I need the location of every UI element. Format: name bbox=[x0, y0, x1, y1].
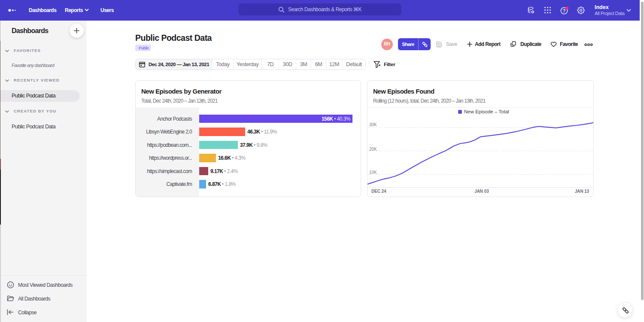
svg-text:?: ? bbox=[563, 8, 565, 13]
